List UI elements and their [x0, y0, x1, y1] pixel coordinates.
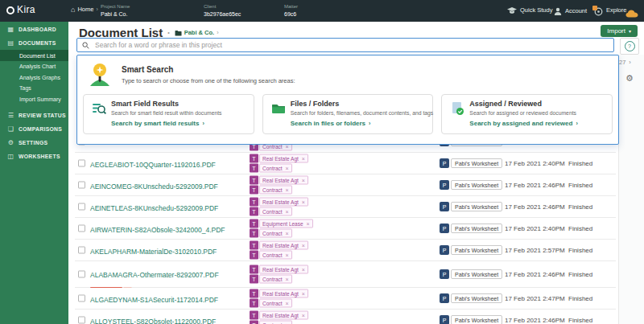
document-name-link[interactable]: AKELAPHARM-MaterialDe-3102010.PDF: [90, 248, 217, 256]
card-title: Smart Field Results: [111, 100, 179, 108]
cloud-sync-button[interactable]: [625, 6, 638, 21]
worksheet-badge[interactable]: PPabi's Worksheet: [440, 224, 502, 233]
worksheet-badge[interactable]: PPabi's Worksheet: [440, 269, 502, 279]
tag-remove-icon[interactable]: ×: [286, 231, 289, 236]
breadcrumb-project-name: Pabi & Co.: [184, 29, 215, 36]
tag-label: Equipment Lease: [262, 221, 303, 227]
document-name-link[interactable]: AEGLEABIOT-10QQuarter-1192016.PDF: [90, 161, 216, 169]
row-date: 17 Feb 2021 2:57PM: [505, 247, 565, 254]
document-name-link[interactable]: AEINETLEAS-8KUnschedu-5292009.PDF: [90, 204, 218, 212]
table-row: AEGLEABIOT-10QQuarter-1192016.PDF TReal …: [75, 153, 616, 174]
tag-pill[interactable]: TContract×: [250, 275, 308, 284]
table-settings-button[interactable]: ⚙: [625, 73, 634, 84]
assigned-reviewed-card[interactable]: Assigned / Reviewed Search for assigned …: [441, 94, 613, 134]
breadcrumb[interactable]: Pabi & Co. ›: [175, 29, 219, 36]
tag-pill[interactable]: TReal Estate Agt×: [250, 176, 308, 185]
help-button[interactable]: ?: [620, 38, 639, 55]
sidebar-item-documents[interactable]: ▤ DOCUMENTS: [0, 36, 68, 50]
tag-pill[interactable]: TContract×: [250, 321, 308, 324]
tag-pill[interactable]: TContract×: [250, 186, 308, 195]
tag-remove-icon[interactable]: ×: [302, 199, 305, 205]
tag-pill[interactable]: TReal Estate Agt×: [250, 241, 308, 250]
sidebar-item-document-list[interactable]: Document List: [0, 50, 68, 61]
tag-remove-icon[interactable]: ×: [286, 277, 289, 282]
smart-field-results-card[interactable]: Smart Field Results Search for smart fie…: [83, 94, 254, 134]
tag-pill[interactable]: TReal Estate Agt×: [250, 198, 308, 207]
sidebar-item-analysis-graphs[interactable]: Analysis Graphs: [0, 72, 68, 84]
worksheet-badge[interactable]: PPabi's Worksheet: [440, 245, 502, 255]
document-name-link[interactable]: AEINCOMEG-8KUnschedu-5292009.PDF: [90, 183, 218, 191]
document-name-link[interactable]: AIRWATERIN-S82AObsole-3242000_4.PDF: [90, 226, 225, 234]
tag-remove-icon[interactable]: ×: [302, 267, 305, 273]
project-name-value: Pabi & Co.: [101, 11, 130, 18]
search-in-files-link[interactable]: Search in files or folders ›: [291, 120, 371, 127]
worksheet-badge[interactable]: PPabi's Worksheet: [440, 202, 502, 211]
tag-remove-icon[interactable]: ×: [286, 187, 289, 193]
row-checkbox[interactable]: [78, 225, 85, 232]
sidebar-item-tags[interactable]: Tags: [0, 83, 68, 94]
row-date: 17 Feb 2021 2:46PM: [505, 271, 565, 278]
kira-logo[interactable]: Kira: [6, 5, 35, 16]
row-checkbox[interactable]: [78, 295, 85, 302]
document-name-link[interactable]: ALLOYSTEEL-S82Obsolet-1122000.PDF: [90, 318, 216, 324]
search-by-smart-field-link[interactable]: Search by smart field results ›: [111, 120, 204, 127]
worksheet-label: Pabi's Worksheet: [451, 202, 502, 211]
tag-remove-icon[interactable]: ×: [286, 209, 289, 215]
quick-study-button[interactable]: Quick Study: [507, 7, 552, 14]
tag-remove-icon[interactable]: ×: [286, 252, 289, 258]
document-name-link[interactable]: ALGAEDYNAM-S1ASecurit-1172014.PDF: [90, 296, 218, 304]
row-checkbox[interactable]: [78, 271, 85, 278]
sidebar: ▦ DASHBOARD ▤ DOCUMENTS Document List An…: [0, 22, 68, 324]
row-checkbox[interactable]: [78, 317, 85, 324]
search-bar[interactable]: [76, 38, 614, 52]
tag-remove-icon[interactable]: ×: [302, 291, 305, 297]
sidebar-item-comparisons[interactable]: ❏ COMPARISONS: [0, 122, 68, 136]
tag-pill[interactable]: TReal Estate Agt×: [250, 289, 308, 298]
worksheet-badge[interactable]: PPabi's Worksheet: [440, 293, 502, 303]
home-link[interactable]: ⌂ Home ›: [71, 6, 98, 14]
tag-remove-icon[interactable]: ×: [286, 166, 289, 171]
explore-button[interactable]: Explore: [592, 6, 626, 16]
document-name-link[interactable]: ALABAMAGRA-Othermater-8292007.PDF: [90, 271, 219, 279]
row-checkbox[interactable]: [78, 182, 85, 189]
sidebar-item-import-summary[interactable]: Import Summary: [0, 94, 68, 105]
row-checkbox[interactable]: [78, 160, 85, 167]
tag-remove-icon[interactable]: ×: [307, 221, 310, 227]
import-button[interactable]: Import ▾: [601, 25, 638, 37]
account-button[interactable]: Account: [554, 7, 587, 15]
sidebar-item-review-status[interactable]: ☰ REVIEW STATUS: [0, 109, 68, 122]
tag-remove-icon[interactable]: ×: [302, 178, 305, 183]
sidebar-item-settings[interactable]: ⚙ SETTINGS: [0, 136, 68, 150]
card-description: Search for smart field result within doc…: [111, 110, 222, 116]
tag-pill[interactable]: TContract×: [250, 229, 313, 238]
files-folders-card[interactable]: Files / Folders Search for folders, file…: [262, 94, 434, 134]
tag-remove-icon[interactable]: ×: [302, 243, 305, 248]
tag-pill[interactable]: TContract×: [250, 164, 308, 173]
tag-pill[interactable]: TEquipment Lease×: [250, 219, 313, 228]
tag-remove-icon[interactable]: ×: [286, 301, 289, 306]
sidebar-item-worksheets[interactable]: ◫ WORKSHEETS: [0, 150, 68, 163]
tag-pill[interactable]: TReal Estate Agt×: [250, 311, 308, 320]
worksheet-label: Pabi's Worksheet: [451, 158, 502, 168]
search-input[interactable]: [93, 40, 609, 50]
worksheet-badge[interactable]: PPabi's Worksheet: [440, 158, 502, 168]
page-indicator[interactable]: 27 ›: [619, 59, 631, 66]
table-row: ALGAEDYNAM-S1ASecurit-1172014.PDF TReal …: [75, 288, 616, 310]
row-checkbox[interactable]: [78, 203, 85, 211]
tag-remove-icon[interactable]: ×: [302, 156, 305, 162]
sidebar-item-label: Analysis Graphs: [19, 75, 60, 80]
worksheet-badge[interactable]: PPabi's Worksheet: [440, 315, 502, 324]
row-checkbox[interactable]: [78, 247, 85, 254]
document-name-cell: AKELAPHARM-MaterialDe-3102010.PDF: [90, 243, 247, 257]
tag-pill[interactable]: TContract×: [250, 251, 308, 260]
sidebar-item-dashboard[interactable]: ▦ DASHBOARD: [0, 23, 68, 36]
sidebar-item-analysis-chart[interactable]: Analysis Chart: [0, 61, 68, 72]
tag-pill[interactable]: TReal Estate Agt×: [250, 265, 308, 274]
page-number: 27: [619, 59, 625, 66]
tag-pill[interactable]: TReal Estate Agt×: [250, 154, 308, 163]
worksheet-badge[interactable]: PPabi's Worksheet: [440, 180, 502, 190]
tag-remove-icon[interactable]: ×: [302, 313, 305, 318]
tag-pill[interactable]: TContract×: [250, 207, 308, 216]
search-by-assigned-link[interactable]: Search by assigned and reviewed ›: [469, 120, 577, 127]
tag-pill[interactable]: TContract×: [250, 299, 308, 308]
